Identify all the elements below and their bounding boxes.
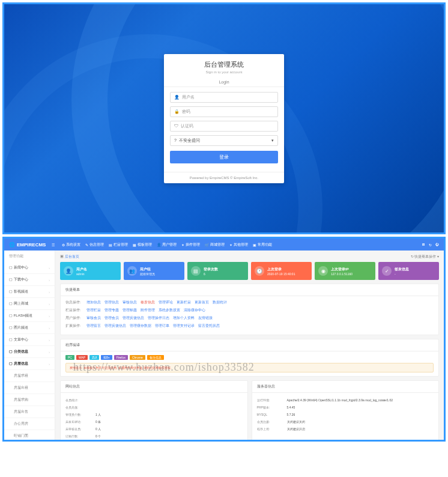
quick-link[interactable]: 留言委托状态 (198, 323, 220, 329)
sidebar-item[interactable]: 办公用房 (4, 418, 55, 430)
quick-link[interactable]: 增加个人资料 (173, 315, 195, 321)
chevron-right-icon: › (49, 350, 50, 354)
globe-icon: 🌐 (9, 242, 15, 248)
quick-link[interactable]: 更新栏目 (177, 300, 191, 305)
sidebar-item[interactable]: 旺铺门面 (4, 430, 55, 440)
nav-icon: ▦ (133, 243, 136, 247)
info-row: 程序上传:关闭建议开启 (257, 425, 434, 433)
quick-link[interactable]: 管理评论 (159, 300, 173, 305)
quick-link[interactable]: 数据统计 (213, 300, 227, 305)
login-button[interactable]: 登录 (170, 151, 278, 163)
nav-item[interactable]: ✦插件管理 (181, 242, 200, 248)
quick-link[interactable]: 增加信息 (86, 300, 101, 305)
sidebar-item[interactable]: ▢ 图片频道› (4, 322, 55, 334)
env-tag: Firefox (114, 355, 128, 360)
env-tag: WAP (76, 355, 88, 360)
sidebar-item[interactable]: ▢ 文章中心› (4, 334, 55, 346)
quick-link[interactable]: 清除缓存中心 (184, 308, 205, 313)
nav-item[interactable]: ▣常用功能 (253, 242, 272, 248)
nav-item[interactable]: 👤用户管理 (157, 242, 177, 248)
info-row: MYSQL5.7.26 (257, 411, 434, 418)
quick-link[interactable]: 管理支付记录 (173, 323, 195, 329)
stat-icon: ✓ (382, 266, 392, 276)
nav-item[interactable]: ▦模板管理 (133, 242, 152, 248)
quick-link[interactable]: 附件管理 (141, 308, 155, 313)
refresh-icon[interactable]: ↻ (411, 255, 414, 258)
stat-icon: 👤 (64, 266, 73, 276)
quick-link[interactable]: 管理缓存数据 (130, 323, 151, 329)
quick-link[interactable]: 管理订单 (155, 323, 169, 329)
server-info-panel: 服务器信息 运行环境:Apache/2.4.39 (Win64) OpenSSL… (252, 380, 440, 440)
brand[interactable]: 🌐 EMPIRECMS (9, 242, 46, 248)
quick-link-row: 用户操作:审核会员管理会员管理反馈信息管理操作日志增加个人资料友情链接 (65, 315, 434, 321)
login-title: 后台管理系统 (164, 60, 284, 69)
captcha-input[interactable]: 🛡 认证码 (170, 121, 278, 132)
quick-link[interactable]: 管理留言 (86, 323, 101, 329)
stat-card: ▤登录次数6 (187, 262, 248, 280)
sidebar-item[interactable]: 房屋出租 (4, 382, 55, 394)
quick-link[interactable]: 友情链接 (198, 315, 213, 321)
quick-link[interactable]: 管理操作日志 (148, 315, 169, 321)
password-input[interactable]: 🔒 密码 (170, 106, 278, 117)
nav-item[interactable]: ✦其他管理 (229, 242, 248, 248)
quick-link-row: 信息操作:增加信息管理信息审核信息签发信息管理评论更新栏目更新首页数据统计 (65, 300, 434, 305)
info-row: 订购厅数:0 个 (65, 433, 243, 440)
refresh-icon[interactable]: ↻ (429, 243, 432, 247)
stat-icon: ▤ (191, 266, 201, 276)
quick-link[interactable]: 更新首页 (195, 300, 209, 305)
quick-link[interactable]: 管理信息 (104, 300, 119, 305)
quick-link-row: 栏目操作:管理栏目管理专题管理标题附件管理系统参数设置清除缓存中心 (65, 308, 434, 313)
desktop-icon[interactable]: 🖥 (422, 243, 425, 247)
env-tag: Chrome (130, 355, 145, 360)
chevron-right-icon: › (49, 362, 50, 366)
sidebar-item[interactable]: ▢ 分类信息› (4, 346, 55, 358)
quick-link[interactable]: 管理会员 (104, 315, 119, 321)
power-icon[interactable]: ⏻ (435, 243, 439, 247)
sidebar-title: 管理功能 (4, 251, 55, 262)
chevron-right-icon: › (49, 314, 50, 318)
security-question-select[interactable]: ? 不安全提问 ▾ (170, 135, 278, 146)
menu-toggle-icon[interactable]: ☰ (52, 243, 55, 247)
quick-link[interactable]: 管理标题 (123, 308, 137, 313)
stat-icon: ◉ (318, 266, 328, 276)
env-tag: IE8+ (101, 355, 112, 360)
sidebar-item[interactable]: ▢ 新闻中心› (4, 262, 55, 274)
sidebar-item[interactable]: 房屋出售 (4, 406, 55, 418)
sidebar-item[interactable]: 房屋求租 (4, 370, 55, 382)
nav-item[interactable]: 🛒商城管理 (205, 242, 225, 248)
sidebar-item[interactable]: 房屋求购 (4, 394, 55, 406)
nav-item[interactable]: ⚙系统设置 (62, 242, 80, 248)
username-input[interactable]: 👤 用户名 (170, 92, 278, 103)
chevron-right-icon: › (49, 266, 50, 270)
quick-link[interactable]: 系统参数设置 (159, 308, 180, 313)
main-content: ▣ 后台首页 ↻ 快捷菜单操作 ▾ 👤用户名admin👥用户组超级管理员▤登录次… (55, 251, 444, 440)
sidebar-item[interactable]: ▢ FLASH频道› (4, 310, 55, 322)
sidebar: 管理功能 ▢ 新闻中心›▢ 下载中心›▢ 影视频道›▢ 网上商城›▢ FLASH… (4, 251, 55, 440)
stat-icon: 👥 (127, 266, 137, 276)
stat-card: ✓签发信息- (378, 262, 439, 280)
quick-link[interactable]: 签发信息 (141, 300, 155, 305)
sidebar-item[interactable]: ▢ 网上商城› (4, 298, 55, 310)
quick-link[interactable]: 管理栏目 (86, 308, 101, 313)
quick-link[interactable]: 审核会员 (86, 315, 101, 321)
quick-link[interactable]: 管理反馈信息 (123, 315, 144, 321)
quick-link[interactable]: 审核信息 (123, 300, 137, 305)
nav-icon: ✦ (229, 243, 232, 247)
site-info-panel: 网站信息 会员统计:会员充值:管理员个数:1 人未发布评论:0 条未审核会员:0… (60, 380, 248, 440)
sidebar-item[interactable]: ▢ 影视频道› (4, 286, 55, 298)
nav-item[interactable]: ▤栏目管理 (109, 242, 128, 248)
chevron-down-icon: ▾ (271, 138, 274, 143)
breadcrumb: ▣ 后台首页 ↻ 快捷菜单操作 ▾ (60, 254, 439, 262)
env-tag: PC (65, 355, 74, 360)
chevron-right-icon: › (49, 302, 50, 306)
quick-link[interactable]: 管理反馈信息 (104, 323, 126, 329)
stat-icon: 🕐 (255, 266, 264, 276)
quick-link[interactable]: 管理专题 (104, 308, 119, 313)
sidebar-item[interactable]: ▢ 房屋信息› (4, 358, 55, 370)
login-tab[interactable]: Login (164, 77, 284, 87)
chevron-right-icon: › (49, 290, 50, 294)
nav-icon: ▣ (253, 243, 256, 247)
nav-item[interactable]: ✎信息管理 (85, 242, 104, 248)
sidebar-item[interactable]: ▢ 下载中心› (4, 274, 55, 286)
chevron-right-icon: › (49, 338, 50, 342)
